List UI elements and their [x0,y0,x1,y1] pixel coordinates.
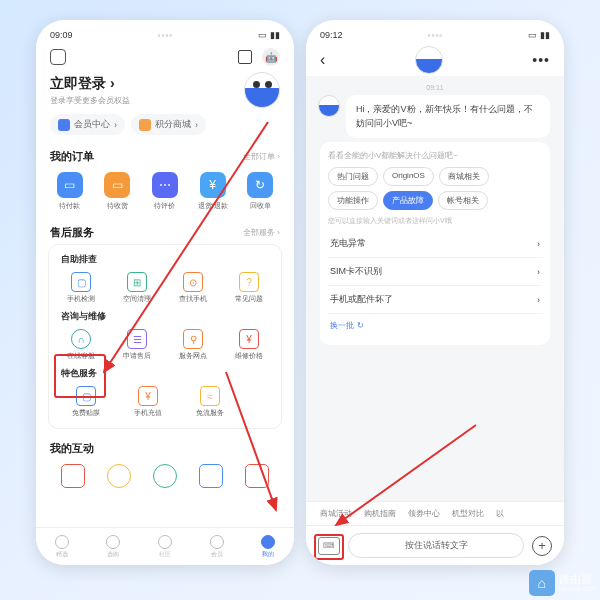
chevron-right-icon: › [537,295,540,305]
service-more[interactable]: 全部服务 › [243,227,280,238]
nav-member[interactable]: 会员 [210,535,224,559]
faq-icon: ? [239,272,259,292]
cart-icon[interactable] [238,50,252,64]
bot-avatar-icon [318,95,340,117]
watermark-sub: luyouqi.com [559,585,596,593]
svc-find-phone[interactable]: ⊙查找手机 [168,272,218,304]
chip-function[interactable]: 功能操作 [328,191,378,210]
points-mall-pill[interactable]: 积分商城 › [131,114,206,135]
form-icon: ☰ [127,329,147,349]
bag-icon [106,535,120,549]
watermark: ⌂ 路由器 luyouqi.com [529,570,596,596]
data-icon: ≈ [200,386,220,406]
interact-header: 我的互动 [36,435,294,460]
input-bar: ⌨ 按住说话转文字 + [306,525,564,565]
svc-phone-check[interactable]: ▢手机检测 [56,272,106,304]
chat-header: ‹ ••• [306,44,564,76]
tag-item[interactable]: 以 [496,508,504,519]
box-icon: ▭ [104,172,130,198]
interact-title: 我的互动 [50,441,94,456]
clean-icon: ⊞ [127,272,147,292]
svc-service-point[interactable]: ⚲服务网点 [168,329,218,361]
service-card: 自助排查 ▢手机检测 ⊞空间清理 ⊙查找手机 ?常见问题 咨询与维修 ∩在线客服… [48,244,282,429]
chip-origin[interactable]: OriginOS [383,167,434,186]
keyword-hint: 您可以直接输入关键词或者这样问小V哦 [328,216,542,226]
tag-item[interactable]: 购机指南 [364,508,396,519]
nav-mine[interactable]: 我的 [261,535,275,559]
interact-4[interactable] [199,464,223,488]
faq-sim[interactable]: SIM卡不识别› [328,258,542,286]
order-pending-pay[interactable]: ▭待付款 [49,172,91,211]
order-pending-receive[interactable]: ▭待收货 [96,172,138,211]
order-recycle[interactable]: ↻回收单 [239,172,281,211]
svc-clean[interactable]: ⊞空间清理 [112,272,162,304]
phone-left: 09:09 ◦◦◦◦ ▭ ▮▮ 🤖 立即登录 › 登录享受更多会员权益 会员中心… [36,20,294,565]
keyboard-icon[interactable]: ⌨ [318,537,340,555]
chip-fault[interactable]: 产品故障 [383,191,433,210]
chip-hot[interactable]: 热门问题 [328,167,378,186]
service-header: 售后服务 全部服务 › [36,219,294,244]
chip-mall[interactable]: 商城相关 [439,167,489,186]
back-button[interactable]: ‹ [320,51,325,69]
interact-3[interactable] [153,464,177,488]
refund-icon: ¥ [200,172,226,198]
orders-more[interactable]: 全部订单 › [243,151,280,162]
login-section[interactable]: 立即登录 › 登录享受更多会员权益 [36,70,294,114]
nav-community[interactable]: 社区 [158,535,172,559]
orders-title: 我的订单 [50,149,94,164]
faq-charging[interactable]: 充电异常› [328,230,542,258]
service-title: 售后服务 [50,225,94,240]
refresh-button[interactable]: 换一批 ↻ [328,314,542,337]
member-center-pill[interactable]: 会员中心 › [50,114,125,135]
plus-button[interactable]: + [532,536,552,556]
watermark-title: 路由器 [559,573,596,585]
svc-repair-price[interactable]: ¥维修价格 [224,329,274,361]
self-check-title: 自助排查 [53,251,277,270]
chip-account[interactable]: 帐号相关 [438,191,488,210]
refresh-icon: ↻ [357,321,364,330]
orders-header: 我的订单 全部订单 › [36,143,294,168]
router-icon: ⌂ [529,570,555,596]
chat-avatar [415,46,443,74]
svc-recharge[interactable]: ¥手机充值 [123,386,173,418]
topics-card: 看看全能的小V都能解决什么问题吧~ 热门问题 OriginOS 商城相关 功能操… [320,142,550,345]
status-icons: ◦◦◦◦ [158,31,173,40]
chat-icon: ⋯ [152,172,178,198]
avatar[interactable] [244,72,280,108]
voice-input[interactable]: 按住说话转文字 [348,533,524,558]
tag-item[interactable]: 机型对比 [452,508,484,519]
status-icons: ◦◦◦◦ [428,31,443,40]
interact-2[interactable] [107,464,131,488]
svc-apply-service[interactable]: ☰申请售后 [112,329,162,361]
person-icon [261,535,275,549]
assistant-icon[interactable]: 🤖 [262,48,280,66]
svc-online-support[interactable]: ∩在线客服 [56,329,106,361]
tag-scroll[interactable]: 商城活动 购机指南 领券中心 机型对比 以 [306,501,564,525]
svc-free-data[interactable]: ≈免流服务 [185,386,235,418]
location-icon: ⚲ [183,329,203,349]
login-subtitle: 登录享受更多会员权益 [50,95,130,106]
interact-grid [36,460,294,492]
member-icon [210,535,224,549]
chevron-right-icon: › [110,75,115,91]
status-right: ▭ ▮▮ [258,30,280,40]
interact-1[interactable] [61,464,85,488]
coin-icon [139,119,151,131]
svc-free-film[interactable]: ▢免费贴膜 [61,386,111,418]
svc-faq[interactable]: ?常见问题 [224,272,274,304]
faq-broken[interactable]: 手机或配件坏了› [328,286,542,314]
settings-icon[interactable] [50,49,66,65]
nav-featured[interactable]: 精选 [55,535,69,559]
status-right: ▭ ▮▮ [528,30,550,40]
bottom-nav: 精选 选购 社区 会员 我的 [36,527,294,565]
tag-item[interactable]: 商城活动 [320,508,352,519]
chat-body: 09:11 Hi，亲爱的V粉，新年快乐！有什么问题，不妨问问小V吧~ 看看全能的… [306,76,564,501]
nav-shop[interactable]: 选购 [106,535,120,559]
tag-item[interactable]: 领券中心 [408,508,440,519]
order-pending-review[interactable]: ⋯待评价 [144,172,186,211]
order-refund[interactable]: ¥退货/退款 [192,172,234,211]
wallet-icon: ▭ [57,172,83,198]
more-icon[interactable]: ••• [532,52,550,68]
interact-5[interactable] [245,464,269,488]
price-icon: ¥ [239,329,259,349]
